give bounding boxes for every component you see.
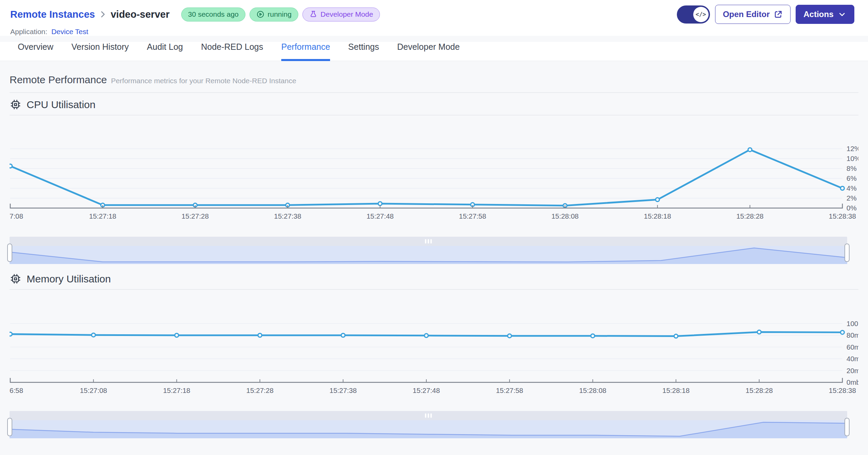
breadcrumb-current: video-server (111, 9, 170, 20)
cpu-chart-brush[interactable] (10, 237, 847, 264)
page-header: Remote Instances video-server 30 seconds… (0, 0, 868, 36)
svg-text:15:27:48: 15:27:48 (367, 212, 394, 220)
open-editor-label: Open Editor (723, 10, 770, 19)
tab-overview[interactable]: Overview (18, 42, 53, 61)
cpu-chip-icon (10, 273, 22, 285)
cpu-section: CPU Utilisation 0%2%4%6%8%10%12%7:0815:2… (10, 99, 858, 264)
svg-text:15:28:28: 15:28:28 (736, 212, 764, 220)
chevron-right-icon (98, 10, 107, 19)
status-badges: 30 seconds ago running Developer Mode (181, 8, 380, 21)
page-title: Remote Performance (10, 74, 107, 86)
memory-brush-area[interactable] (10, 420, 847, 438)
svg-text:15:28:38: 15:28:38 (829, 212, 856, 220)
svg-text:15:28:08: 15:28:08 (551, 212, 579, 220)
svg-text:15:28:28: 15:28:28 (745, 386, 773, 394)
svg-text:15:27:08: 15:27:08 (80, 386, 107, 394)
svg-text:6:58: 6:58 (10, 386, 23, 394)
svg-text:15:27:18: 15:27:18 (163, 386, 190, 394)
tab-settings[interactable]: Settings (348, 42, 379, 61)
running-status-badge: running (250, 8, 298, 21)
actions-button[interactable]: Actions (796, 5, 854, 24)
memory-chart-brush[interactable] (10, 411, 847, 438)
cpu-brush-strip[interactable] (10, 237, 847, 246)
tab-version-history[interactable]: Version History (71, 42, 129, 61)
breadcrumb: Remote Instances video-server (10, 9, 170, 20)
memory-section-header: Memory Utilisation (10, 273, 858, 290)
svg-text:20mb: 20mb (846, 367, 858, 375)
svg-text:15:27:38: 15:27:38 (329, 386, 357, 394)
svg-text:6%: 6% (846, 174, 857, 182)
page-subtitle: Performance metrics for your Remote Node… (111, 77, 296, 85)
svg-text:15:27:28: 15:27:28 (182, 212, 209, 220)
tab-audit-log[interactable]: Audit Log (147, 42, 183, 61)
svg-text:15:27:38: 15:27:38 (274, 212, 301, 220)
actions-label: Actions (803, 10, 834, 19)
svg-text:15:27:28: 15:27:28 (246, 386, 273, 394)
open-editor-button[interactable]: Open Editor (715, 5, 791, 24)
play-circle-icon (256, 10, 265, 18)
breadcrumb-parent-link[interactable]: Remote Instances (10, 9, 95, 20)
cpu-brush-handle-left[interactable] (7, 244, 12, 262)
svg-text:15:27:58: 15:27:58 (459, 212, 486, 220)
chevron-down-icon (838, 10, 846, 19)
cpu-brush-area[interactable] (10, 246, 847, 264)
svg-text:12%: 12% (846, 145, 858, 152)
tab-performance[interactable]: Performance (281, 42, 330, 61)
code-icon: </> (693, 7, 709, 22)
performance-panel: Remote Performance Performance metrics f… (0, 61, 868, 438)
memory-brush-strip[interactable] (10, 411, 847, 420)
memory-brush-grip[interactable] (425, 413, 432, 418)
flask-icon (309, 10, 317, 18)
external-link-icon (774, 10, 783, 19)
svg-text:100mb: 100mb (846, 320, 858, 327)
cpu-chip-icon (10, 99, 22, 111)
svg-text:4%: 4% (846, 184, 857, 192)
cpu-brush-minichart (10, 246, 847, 264)
developer-mode-badge-label: Developer Mode (321, 10, 373, 18)
application-label: Application: (10, 28, 47, 35)
svg-text:15:28:18: 15:28:18 (662, 386, 689, 394)
tab-bar: Overview Version History Audit Log Node-… (0, 42, 868, 61)
memory-brush-minichart (10, 420, 847, 438)
svg-text:15:28:38: 15:28:38 (829, 386, 856, 394)
developer-mode-badge: Developer Mode (302, 8, 380, 21)
memory-brush-handle-right[interactable] (844, 418, 850, 436)
svg-text:2%: 2% (846, 194, 857, 202)
cpu-brush-handle-right[interactable] (844, 244, 850, 262)
running-status-label: running (268, 10, 291, 18)
application-link[interactable]: Device Test (51, 28, 88, 35)
cpu-chart: 0%2%4%6%8%10%12%7:0815:27:1815:27:2815:2… (10, 115, 858, 224)
svg-text:15:27:18: 15:27:18 (89, 212, 116, 220)
svg-text:10%: 10% (846, 155, 858, 162)
svg-text:15:27:58: 15:27:58 (496, 386, 523, 394)
svg-text:8%: 8% (846, 164, 857, 172)
svg-text:40mb: 40mb (846, 355, 858, 363)
svg-text:7:08: 7:08 (10, 212, 23, 220)
page-title-row: Remote Performance Performance metrics f… (10, 74, 858, 93)
cpu-brush-grip[interactable] (425, 239, 432, 244)
tab-node-red-logs[interactable]: Node-RED Logs (201, 42, 263, 61)
tab-developer-mode[interactable]: Developer Mode (397, 42, 459, 61)
svg-text:15:27:48: 15:27:48 (413, 386, 440, 394)
last-seen-label: 30 seconds ago (188, 10, 239, 18)
developer-mode-toggle[interactable]: </> (677, 5, 710, 24)
memory-chart: 0mb20mb40mb60mb80mb100mb6:5815:27:0815:2… (10, 290, 858, 398)
cpu-section-title: CPU Utilisation (27, 99, 96, 111)
application-line: Application: Device Test (10, 28, 854, 36)
svg-text:0%: 0% (846, 204, 857, 212)
svg-text:60mb: 60mb (846, 343, 858, 351)
svg-text:15:28:18: 15:28:18 (644, 212, 671, 220)
svg-text:15:28:08: 15:28:08 (579, 386, 607, 394)
memory-section: Memory Utilisation 0mb20mb40mb60mb80mb10… (10, 273, 858, 438)
memory-brush-handle-left[interactable] (7, 418, 12, 436)
cpu-section-header: CPU Utilisation (10, 99, 858, 115)
svg-text:0mb: 0mb (846, 378, 858, 386)
svg-text:80mb: 80mb (846, 331, 858, 339)
last-seen-badge: 30 seconds ago (181, 8, 245, 21)
memory-section-title: Memory Utilisation (27, 273, 111, 285)
